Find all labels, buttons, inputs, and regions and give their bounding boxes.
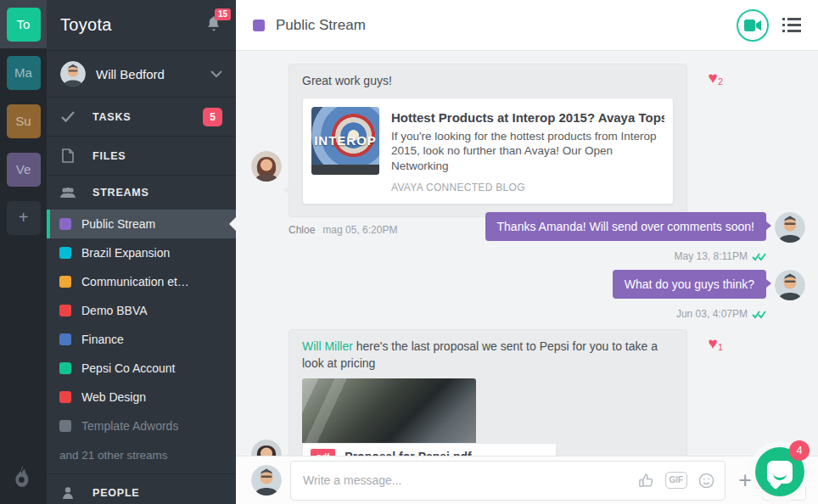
message-list[interactable]: Great work guys! INTEROP Hottest Product… (236, 51, 818, 456)
stream-color-swatch (59, 362, 71, 374)
stream-color-swatch (59, 276, 71, 288)
reaction-count: 2 (718, 76, 723, 87)
message-text: Will Miller here's the last proposal we … (302, 339, 674, 372)
read-receipt-icon (752, 252, 766, 261)
heart-icon: ♥ (709, 69, 718, 87)
tasks-count-badge: 5 (203, 108, 222, 126)
people-label: PEOPLE (92, 487, 140, 499)
team-item-su[interactable]: Su (0, 97, 47, 145)
stream-item-demo-bbva[interactable]: Demo BBVA (47, 296, 236, 325)
sidebar-item-tasks[interactable]: TASKS 5 (47, 98, 236, 137)
add-team-button[interactable]: + (0, 193, 47, 242)
sidebar-item-people[interactable]: PEOPLE (47, 473, 236, 504)
read-receipt-icon (752, 310, 766, 319)
link-title[interactable]: Hottest Products at Interop 2015? Avaya … (391, 109, 664, 126)
attachment-preview-image[interactable] (302, 378, 476, 443)
team-avatar: Ma (7, 56, 41, 90)
chevron-down-icon (210, 66, 222, 81)
sidebar: Toyota 15 Will Bedford (47, 0, 236, 504)
user-name: Will Bedford (96, 67, 165, 81)
stream-color-swatch (59, 305, 71, 316)
message-text-body: here's the last proposal we sent to Peps… (302, 339, 658, 370)
author-name[interactable]: Chloe (289, 224, 315, 236)
team-item-toyota[interactable]: To (0, 0, 47, 48)
stream-label: Template Adwords (81, 419, 178, 433)
stream-label: Pepsi Co Account (81, 361, 176, 375)
stream-color-swatch (59, 391, 71, 403)
avatar-chloe (251, 151, 282, 182)
person-icon (60, 487, 76, 499)
timestamp: mag 05, 6:20PM (322, 224, 397, 236)
emoji-icon[interactable] (698, 473, 714, 489)
stream-item-finance[interactable]: Finance (47, 325, 236, 354)
stream-item-public-stream[interactable]: Public Stream (47, 210, 236, 238)
streams-label: STREAMS (92, 187, 149, 199)
file-attachment[interactable]: pdf Proposal for Pepsi.pdf (302, 443, 557, 456)
link-description: If you're looking for the hottest produc… (391, 129, 664, 174)
link-thumbnail: INTEROP (311, 107, 379, 175)
team-avatar: To (7, 8, 41, 42)
stream-label: Demo BBVA (81, 304, 148, 317)
stream-label: Finance (81, 333, 124, 346)
heart-reaction[interactable]: ♥1 (709, 334, 723, 353)
stream-item-web-design[interactable]: Web Design (47, 383, 236, 412)
notification-count-badge: 15 (215, 8, 231, 20)
list-icon (782, 18, 801, 32)
team-item-ma[interactable]: Ma (0, 48, 47, 97)
add-attachment-button[interactable]: + (738, 469, 752, 492)
user-menu[interactable]: Will Bedford (47, 51, 236, 98)
notifications-button[interactable]: 15 (205, 15, 222, 36)
user-avatar (60, 61, 86, 87)
thumbnail-text: INTEROP (314, 132, 377, 149)
message-bubble: Great work guys! INTEROP Hottest Product… (289, 64, 687, 217)
more-streams-link[interactable]: and 21 other streams (47, 440, 236, 473)
link-source: AVAYA CONNECTED BLOG (391, 181, 664, 195)
composer-bar: GIF + (236, 456, 818, 504)
file-icon (60, 148, 76, 163)
heart-reaction[interactable]: ♥2 (709, 69, 723, 87)
support-chat-launcher[interactable]: 4 (755, 447, 804, 496)
flame-logo-icon (13, 465, 35, 492)
message-amanda: Will Miller here's the last proposal we … (289, 329, 687, 456)
streams-section-header: STREAMS (47, 176, 236, 210)
stream-color-icon (253, 20, 265, 31)
video-camera-icon (744, 20, 761, 31)
stream-label: Web Design (81, 390, 146, 404)
video-call-button[interactable] (737, 9, 769, 42)
stream-color-swatch (59, 333, 71, 345)
stream-list: Public Stream Brazil Expansion Communica… (47, 210, 236, 473)
stream-label: Brazil Expansion (81, 246, 170, 260)
stream-item-communication[interactable]: Communication et… (47, 267, 236, 296)
timestamp: Jun 03, 4:07PM (676, 308, 748, 320)
stream-label: Public Stream (81, 217, 155, 231)
thumbs-up-icon[interactable] (638, 473, 654, 489)
reaction-count: 1 (718, 342, 723, 352)
message-chloe: Great work guys! INTEROP Hottest Product… (289, 64, 687, 236)
plus-icon: + (7, 201, 41, 235)
people-group-icon (60, 188, 76, 199)
gif-button[interactable]: GIF (665, 472, 688, 489)
stream-item-template-adwords[interactable]: Template Adwords (47, 412, 236, 440)
composer-avatar (251, 465, 282, 496)
link-preview-card[interactable]: INTEROP Hottest Products at Interop 2015… (302, 98, 674, 204)
team-item-ve[interactable]: Ve (0, 145, 47, 193)
stream-item-pepsi-co[interactable]: Pepsi Co Account (47, 354, 236, 383)
avatar-will (775, 270, 805, 300)
files-label: FILES (92, 150, 126, 162)
attachment-filename[interactable]: Proposal for Pepsi.pdf (345, 449, 471, 456)
avatar-amanda (251, 440, 282, 456)
stream-color-swatch (59, 218, 71, 230)
heart-icon: ♥ (709, 334, 718, 352)
message-text: Great work guys! (302, 73, 674, 90)
message-input[interactable] (303, 473, 638, 487)
team-avatar: Su (7, 104, 41, 138)
page-title: Public Stream (276, 17, 366, 34)
stream-item-brazil-expansion[interactable]: Brazil Expansion (47, 238, 236, 267)
mention-will-miller[interactable]: Will Miller (302, 339, 353, 353)
check-icon (60, 111, 76, 122)
topic-list-button[interactable] (782, 18, 801, 32)
stream-label: Communication et… (81, 275, 189, 288)
chat-bubble-icon (767, 461, 793, 484)
message-bubble: What do you guys think? (613, 270, 766, 299)
sidebar-item-files[interactable]: FILES (47, 137, 236, 176)
